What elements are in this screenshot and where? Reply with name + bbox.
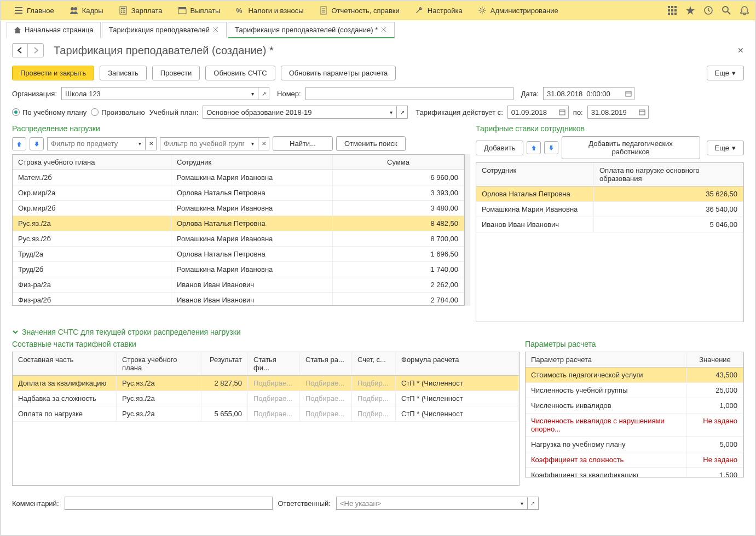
table-row[interactable]: Нагрузка по учебному плану5,000 bbox=[526, 437, 743, 452]
radio-by-plan[interactable]: По учебному плану bbox=[12, 108, 86, 116]
open-icon[interactable]: ↗ bbox=[528, 497, 539, 510]
schts-section-toggle[interactable]: Значения СЧТС для текущей строки распред… bbox=[12, 328, 744, 336]
bell-icon[interactable] bbox=[740, 5, 749, 15]
update-params-button[interactable]: Обновить параметры расчета bbox=[281, 66, 396, 80]
col-employee[interactable]: Сотрудник bbox=[476, 163, 594, 186]
table-row[interactable]: Труд/2бРомашкина Мария Ивановна1 740,00 bbox=[13, 262, 464, 277]
col-sum[interactable]: Сумма bbox=[333, 155, 464, 170]
filter-subject-input[interactable] bbox=[47, 137, 135, 150]
table-row[interactable]: Ромашкина Мария Ивановна36 540,00 bbox=[476, 202, 743, 217]
close-icon[interactable] bbox=[213, 27, 220, 33]
history-icon[interactable] bbox=[703, 5, 713, 15]
menu-admin[interactable]: Администрирование bbox=[470, 1, 566, 20]
to-input[interactable] bbox=[587, 106, 637, 119]
number-input[interactable] bbox=[305, 87, 513, 100]
table-row[interactable]: Рус.яз./2аОрлова Наталья Петровна8 482,5… bbox=[13, 216, 464, 231]
menu-hr[interactable]: Кадры bbox=[62, 1, 111, 20]
move-up-button[interactable] bbox=[12, 137, 26, 150]
open-icon[interactable]: ↗ bbox=[258, 87, 269, 100]
col-result[interactable]: Результат bbox=[201, 352, 248, 375]
table-row[interactable]: Орлова Наталья Петровна35 626,50 bbox=[476, 187, 743, 202]
from-input[interactable] bbox=[507, 106, 557, 119]
col-plan-line[interactable]: Строка учебного плана bbox=[117, 352, 201, 375]
responsible-input[interactable] bbox=[336, 497, 517, 510]
menu-setup[interactable]: Настройка bbox=[407, 1, 470, 20]
table-row[interactable]: Матем./2бРомашкина Мария Ивановна6 960,0… bbox=[13, 170, 464, 185]
radio-arbitrary[interactable]: Произвольно bbox=[91, 108, 145, 116]
menu-salary[interactable]: Зарплата bbox=[111, 1, 170, 20]
dropdown-icon[interactable]: ▾ bbox=[247, 87, 258, 100]
col-plan-line[interactable]: Строка учебного плана bbox=[13, 155, 171, 170]
table-row[interactable]: Надбавка за сложностьРус.яз./2аПодбирае.… bbox=[13, 391, 519, 406]
col-fin-art[interactable]: Статья фи... bbox=[248, 352, 300, 375]
org-input[interactable] bbox=[61, 87, 247, 100]
dropdown-icon[interactable]: ▾ bbox=[386, 106, 397, 119]
table-row[interactable]: Окр.мир/2бРомашкина Мария Ивановна3 480,… bbox=[13, 201, 464, 216]
tab-tarif2[interactable]: Тарификация преподавателей (создание) * bbox=[228, 22, 395, 38]
col-exp-art[interactable]: Статья ра... bbox=[300, 352, 352, 375]
search-icon[interactable] bbox=[722, 5, 731, 15]
col-formula[interactable]: Формула расчета bbox=[396, 352, 519, 375]
table-row[interactable]: Физ-ра/2бИванов Иван Иванович2 784,00 bbox=[13, 293, 464, 305]
cancel-find-button[interactable]: Отменить поиск bbox=[336, 136, 406, 151]
table-row[interactable]: Труд/2аОрлова Наталья Петровна1 696,50 bbox=[13, 247, 464, 262]
col-part[interactable]: Составная часть bbox=[13, 352, 117, 375]
col-param[interactable]: Параметр расчета bbox=[526, 352, 687, 367]
filter-group-input[interactable] bbox=[160, 137, 247, 150]
star-icon[interactable] bbox=[685, 5, 695, 15]
tab-start[interactable]: Начальная страница bbox=[7, 22, 101, 38]
add-teachers-button[interactable]: Добавить педагогических работников bbox=[562, 136, 700, 159]
move-up-button[interactable] bbox=[527, 141, 541, 154]
nav-forward[interactable] bbox=[28, 44, 43, 57]
dropdown-icon[interactable]: ▾ bbox=[247, 137, 258, 150]
add-button[interactable]: Добавить bbox=[476, 141, 523, 155]
move-down-button[interactable] bbox=[30, 137, 44, 150]
nav-back[interactable] bbox=[13, 44, 28, 57]
plan-input[interactable] bbox=[203, 106, 386, 119]
post-close-button[interactable]: Провести и закрыть bbox=[12, 66, 94, 80]
more-button[interactable]: Еще▾ bbox=[707, 141, 744, 155]
table-row[interactable]: Физ-ра/2аИванов Иван Иванович2 262,00 bbox=[13, 277, 464, 293]
table-row[interactable]: Доплата за квалификациюРус.яз./2а2 827,5… bbox=[13, 376, 519, 391]
open-icon[interactable]: ↗ bbox=[397, 106, 408, 119]
col-value[interactable]: Значение bbox=[687, 352, 743, 367]
dropdown-icon[interactable]: ▾ bbox=[135, 137, 146, 150]
col-acc[interactable]: Счет, с... bbox=[352, 352, 396, 375]
table-row[interactable]: Численность учебной группы25,000 bbox=[526, 383, 743, 398]
post-button[interactable]: Провести bbox=[152, 66, 200, 80]
menu-payments[interactable]: Выплаты bbox=[170, 1, 228, 20]
date-input[interactable] bbox=[543, 87, 622, 100]
table-row[interactable]: Стоимость педагогической услуги43,500 bbox=[526, 368, 743, 383]
comment-input[interactable] bbox=[65, 497, 273, 510]
table-row[interactable]: Оплата по нагрузкеРус.яз./2а5 655,00Подб… bbox=[13, 406, 519, 422]
menu-reports[interactable]: Отчетность, справки bbox=[311, 1, 407, 20]
update-schts-button[interactable]: Обновить СЧТС bbox=[205, 66, 275, 80]
calendar-icon[interactable] bbox=[622, 87, 634, 100]
write-button[interactable]: Записать bbox=[100, 66, 147, 80]
clear-icon[interactable]: ✕ bbox=[146, 137, 157, 150]
table-row[interactable]: Коэффициент за сложностьНе задано bbox=[526, 452, 743, 468]
dropdown-icon[interactable]: ▾ bbox=[517, 497, 528, 510]
table-row[interactable]: Рус.яз./2бРомашкина Мария Ивановна8 700,… bbox=[13, 231, 464, 247]
menu-main[interactable]: Главное bbox=[7, 1, 62, 20]
page-close-icon[interactable]: ✕ bbox=[737, 46, 744, 55]
svg-rect-17 bbox=[674, 6, 677, 8]
table-row[interactable]: Иванов Иван Иванович5 046,00 bbox=[476, 217, 743, 232]
calendar-icon[interactable] bbox=[557, 106, 569, 119]
menu-taxes[interactable]: % Налоги и взносы bbox=[228, 1, 311, 20]
apps-icon[interactable] bbox=[667, 5, 677, 15]
close-icon[interactable] bbox=[381, 27, 388, 33]
calendar-icon[interactable] bbox=[637, 106, 649, 119]
col-payment[interactable]: Оплата по нагрузке основного образования bbox=[594, 163, 743, 186]
tab-tarif1[interactable]: Тарификация преподавателей bbox=[102, 22, 227, 38]
col-employee[interactable]: Сотрудник bbox=[171, 155, 333, 170]
find-button[interactable]: Найти... bbox=[273, 136, 333, 151]
more-button[interactable]: Еще▾ bbox=[707, 66, 744, 80]
chevron-down-icon: ▾ bbox=[732, 144, 736, 152]
clear-icon[interactable]: ✕ bbox=[258, 137, 269, 150]
table-row[interactable]: Численность инвалидов1,000 bbox=[526, 398, 743, 413]
table-row[interactable]: Окр.мир/2аОрлова Наталья Петровна3 393,0… bbox=[13, 185, 464, 201]
move-down-button[interactable] bbox=[544, 141, 558, 154]
table-row[interactable]: Коэффициент за квалификацию1,500 bbox=[526, 468, 743, 477]
table-row[interactable]: Численность инвалидов с нарушениями опор… bbox=[526, 413, 743, 437]
